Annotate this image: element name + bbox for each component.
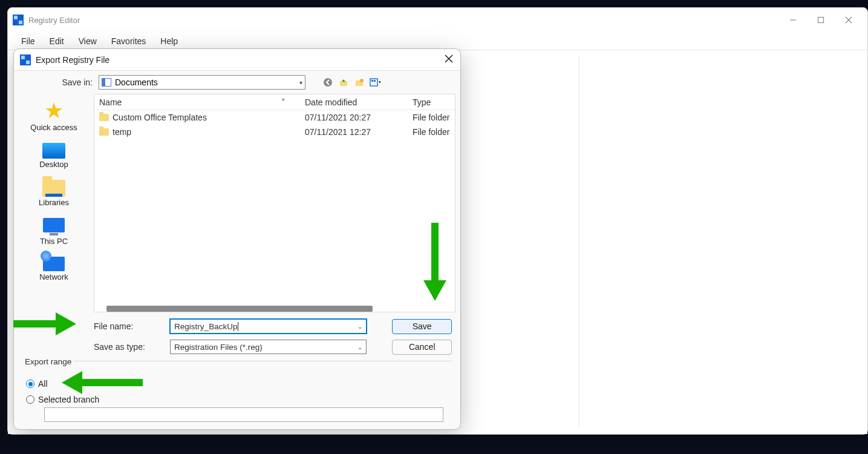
- libraries-icon: [42, 180, 65, 197]
- folder-icon: [99, 128, 109, 136]
- menu-help[interactable]: Help: [153, 34, 185, 48]
- chevron-down-icon: ⌄: [357, 344, 362, 350]
- svg-point-6: [324, 78, 332, 87]
- place-this-pc[interactable]: This PC: [40, 218, 68, 246]
- window-title: Registry Editor: [28, 16, 80, 25]
- saveastype-label: Save as type:: [14, 342, 170, 352]
- chevron-down-icon: ⌄: [357, 323, 362, 330]
- file-row[interactable]: temp 07/11/2021 12:27 File folder: [94, 125, 455, 139]
- svg-point-9: [360, 79, 364, 82]
- menu-favorites[interactable]: Favorites: [104, 34, 154, 48]
- menu-bar: File Edit View Favorites Help: [8, 32, 867, 50]
- save-button[interactable]: Save: [392, 319, 452, 334]
- col-date[interactable]: Date modified: [300, 97, 408, 107]
- maximize-button[interactable]: [807, 11, 835, 29]
- regedit-icon: [13, 15, 24, 25]
- monitor-icon: [43, 218, 65, 232]
- place-quick-access[interactable]: ★ Quick access: [30, 100, 77, 132]
- regedit-icon: [20, 54, 31, 65]
- col-name[interactable]: Name: [94, 97, 300, 107]
- titlebar: Registry Editor: [8, 8, 867, 32]
- sort-asc-icon: ▴: [282, 96, 285, 102]
- menu-edit[interactable]: Edit: [42, 34, 71, 48]
- save-in-value: Documents: [115, 77, 158, 87]
- col-type[interactable]: Type: [408, 97, 455, 107]
- save-in-label: Save in:: [14, 77, 93, 87]
- file-list-header: Name ▴ Date modified Type: [94, 94, 455, 110]
- menu-view[interactable]: View: [71, 34, 104, 48]
- radio-all-row[interactable]: All: [22, 376, 452, 392]
- back-icon[interactable]: [322, 77, 333, 88]
- chevron-down-icon: ▾: [299, 79, 302, 86]
- svg-rect-12: [374, 80, 376, 82]
- export-registry-dialog: Export Registry File Save in: Documents …: [13, 48, 461, 430]
- save-in-dropdown[interactable]: Documents ▾: [99, 75, 305, 90]
- up-folder-icon[interactable]: [338, 77, 349, 88]
- svg-rect-10: [370, 79, 377, 86]
- place-network[interactable]: Network: [39, 257, 68, 281]
- file-row[interactable]: Custom Office Templates 07/11/2021 20:27…: [94, 110, 455, 125]
- export-range-label: Export range: [22, 357, 74, 366]
- radio-all[interactable]: [26, 380, 34, 388]
- selected-branch-input[interactable]: [44, 407, 443, 422]
- folder-icon: [99, 114, 109, 121]
- export-range-group: Export range All Selected branch: [22, 361, 452, 422]
- places-bar: ★ Quick access Desktop Libraries This PC…: [14, 94, 94, 312]
- save-in-row: Save in: Documents ▾: [14, 71, 460, 94]
- horizontal-scrollbar[interactable]: [106, 306, 373, 312]
- radio-selected-row[interactable]: Selected branch: [22, 392, 452, 407]
- dialog-title: Export Registry File: [36, 55, 109, 65]
- documents-icon: [102, 78, 111, 87]
- view-menu-icon[interactable]: [370, 77, 380, 88]
- svg-rect-1: [818, 18, 824, 23]
- star-icon: ★: [44, 100, 64, 122]
- new-folder-icon[interactable]: [354, 77, 365, 88]
- saveastype-dropdown[interactable]: Registration Files (*.reg) ⌄: [170, 340, 367, 354]
- radio-selected-branch[interactable]: [26, 395, 34, 404]
- svg-rect-7: [340, 81, 347, 86]
- filename-input[interactable]: Registry_BackUp ⌄: [170, 319, 367, 334]
- svg-rect-11: [371, 80, 373, 82]
- place-libraries[interactable]: Libraries: [39, 180, 69, 207]
- place-desktop[interactable]: Desktop: [39, 143, 68, 169]
- close-button[interactable]: [835, 11, 863, 29]
- minimize-button[interactable]: [779, 11, 807, 29]
- dialog-titlebar: Export Registry File: [14, 49, 460, 71]
- column-divider: [579, 56, 579, 428]
- menu-file[interactable]: File: [14, 34, 42, 48]
- cancel-button[interactable]: Cancel: [392, 340, 452, 355]
- desktop-icon: [42, 143, 65, 159]
- file-list: Name ▴ Date modified Type Custom Office …: [94, 94, 455, 312]
- filename-label: File name:: [14, 321, 170, 331]
- dialog-close-button[interactable]: [445, 53, 453, 66]
